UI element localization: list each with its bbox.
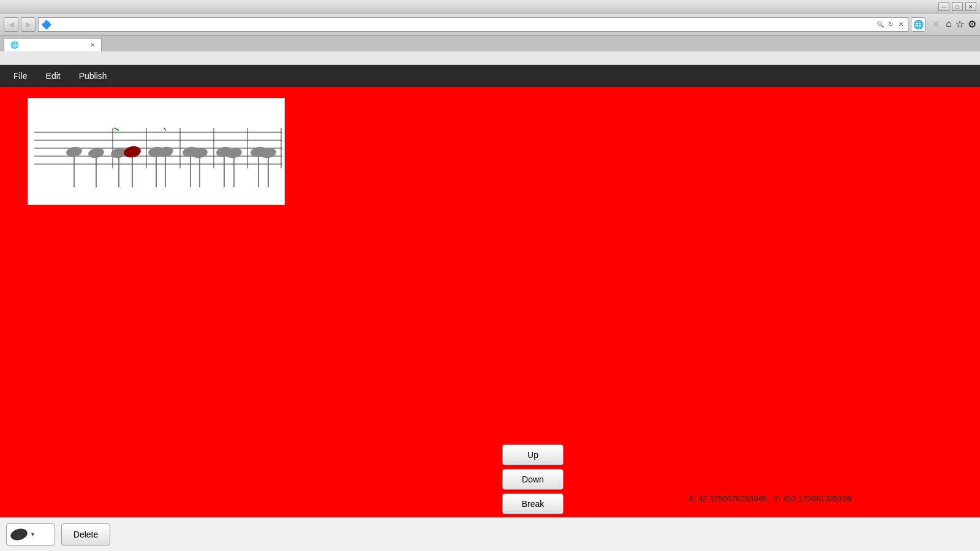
svg-point-27 xyxy=(123,145,142,159)
menu-edit[interactable]: Edit xyxy=(37,67,69,84)
svg-line-25 xyxy=(114,128,119,130)
note-selector[interactable]: ▼ xyxy=(6,523,55,545)
tab-bar: 🌐 ✕ xyxy=(0,36,980,51)
browser-toolbar: ◀ ▶ 🔷 🔍 ↻ ✕ 🌐 ✕ ⌂ ☆ ⚙ xyxy=(0,13,980,36)
tab-close-x[interactable]: ✕ xyxy=(928,18,943,30)
menu-publish[interactable]: Publish xyxy=(70,67,116,84)
home-button[interactable]: ⌂ xyxy=(946,18,952,30)
favorites-bar xyxy=(0,51,980,65)
titlebar-controls: — □ ✕ xyxy=(938,2,976,11)
back-button[interactable]: ◀ xyxy=(4,17,18,32)
close-button[interactable]: ✕ xyxy=(965,2,976,11)
svg-line-29 xyxy=(164,128,166,130)
tab-icon[interactable]: 🌐 xyxy=(911,17,925,32)
menu-file[interactable]: File xyxy=(5,67,36,84)
search-icon[interactable]: 🔍 xyxy=(876,20,884,29)
address-bar-input[interactable] xyxy=(54,20,873,29)
coords-display: X: 42.3750076293945 , Y: 452.12506103515… xyxy=(688,494,851,503)
address-icons: 🔍 ↻ ✕ xyxy=(876,20,905,29)
tab-close-button[interactable]: ✕ xyxy=(90,42,95,48)
bottom-bar: ▼ Delete xyxy=(0,517,980,551)
delete-button[interactable]: Delete xyxy=(61,523,110,545)
app-content: Up Down Break X: 42.3750076293945 , Y: 4… xyxy=(0,87,980,551)
svg-point-24 xyxy=(88,147,105,159)
sheet-music-container xyxy=(28,98,285,205)
refresh-icon[interactable]: ↻ xyxy=(886,20,895,29)
note-oval-icon xyxy=(9,527,29,542)
security-icon: 🔷 xyxy=(41,20,51,29)
maximize-button[interactable]: □ xyxy=(952,2,963,11)
break-button[interactable]: Break xyxy=(502,493,564,514)
staff-svg xyxy=(28,99,284,204)
app-menubar: File Edit Publish xyxy=(0,65,980,87)
staff-area xyxy=(28,99,284,204)
tab-favicon: 🌐 xyxy=(10,41,19,50)
browser-tab[interactable]: 🌐 ✕ xyxy=(4,38,102,51)
favorites-button[interactable]: ☆ xyxy=(956,18,964,30)
bottom-controls: Up Down Break xyxy=(502,444,564,514)
minimize-button[interactable]: — xyxy=(938,2,949,11)
stop-icon[interactable]: ✕ xyxy=(897,20,905,29)
browser-titlebar: — □ ✕ xyxy=(0,0,980,13)
address-bar-container: 🔷 🔍 ↻ ✕ xyxy=(38,17,908,32)
settings-button[interactable]: ⚙ xyxy=(968,18,976,30)
up-button[interactable]: Up xyxy=(502,444,564,465)
down-button[interactable]: Down xyxy=(502,469,564,490)
forward-button[interactable]: ▶ xyxy=(21,17,36,32)
dropdown-arrow-icon: ▼ xyxy=(30,531,36,538)
